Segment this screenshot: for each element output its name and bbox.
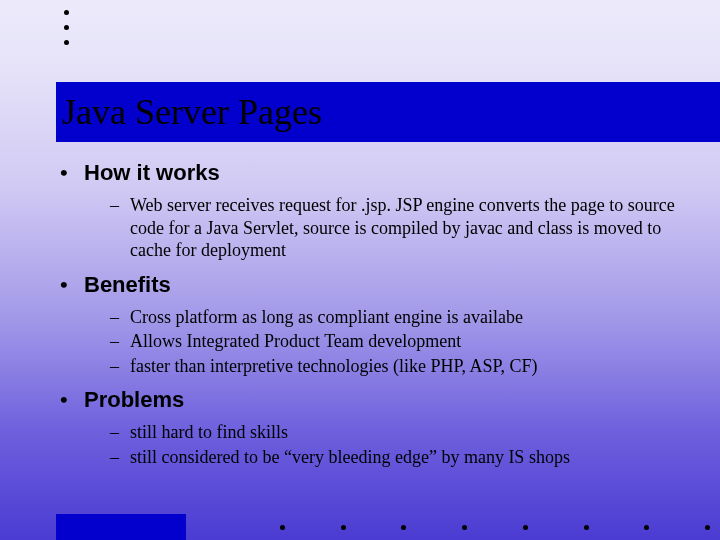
slide-title: Java Server Pages — [62, 94, 322, 130]
bullet-icon: • — [60, 272, 84, 298]
list-item: – still considered to be “very bleeding … — [110, 446, 680, 469]
slide: Java Server Pages • How it works – Web s… — [0, 0, 720, 540]
dash-icon: – — [110, 306, 130, 329]
item-text: faster than interpretive technologies (l… — [130, 355, 680, 378]
bullet-icon: • — [60, 160, 84, 186]
top-decorative-dots — [64, 10, 69, 45]
footer-accent-bar — [56, 514, 186, 540]
dash-icon: – — [110, 330, 130, 353]
section-heading-text: How it works — [84, 160, 220, 186]
bullet-icon: • — [60, 387, 84, 413]
dot-icon — [705, 525, 710, 530]
dash-icon: – — [110, 446, 130, 469]
dot-icon — [401, 525, 406, 530]
section-problems: • Problems – still hard to find skills –… — [60, 387, 680, 468]
dash-icon: – — [110, 355, 130, 378]
section-heading: • Benefits — [60, 272, 680, 298]
section-heading: • How it works — [60, 160, 680, 186]
section-how-it-works: • How it works – Web server receives req… — [60, 160, 680, 262]
section-items: – Cross platform as long as compliant en… — [110, 306, 680, 378]
section-items: – still hard to find skills – still cons… — [110, 421, 680, 468]
dash-icon: – — [110, 421, 130, 444]
bottom-decorative-dots — [280, 525, 710, 530]
dot-icon — [584, 525, 589, 530]
section-heading-text: Problems — [84, 387, 184, 413]
list-item: – Cross platform as long as compliant en… — [110, 306, 680, 329]
list-item: – still hard to find skills — [110, 421, 680, 444]
dot-icon — [523, 525, 528, 530]
item-text: still hard to find skills — [130, 421, 680, 444]
dot-icon — [462, 525, 467, 530]
section-items: – Web server receives request for .jsp. … — [110, 194, 680, 262]
item-text: Web server receives request for .jsp. JS… — [130, 194, 680, 262]
dot-icon — [64, 10, 69, 15]
item-text: Cross platform as long as compliant engi… — [130, 306, 680, 329]
dot-icon — [64, 25, 69, 30]
section-heading: • Problems — [60, 387, 680, 413]
dash-icon: – — [110, 194, 130, 262]
list-item: – Web server receives request for .jsp. … — [110, 194, 680, 262]
section-benefits: • Benefits – Cross platform as long as c… — [60, 272, 680, 378]
dot-icon — [644, 525, 649, 530]
title-bar: Java Server Pages — [56, 82, 720, 142]
list-item: – Allows Integrated Product Team develop… — [110, 330, 680, 353]
list-item: – faster than interpretive technologies … — [110, 355, 680, 378]
item-text: still considered to be “very bleeding ed… — [130, 446, 680, 469]
dot-icon — [280, 525, 285, 530]
section-heading-text: Benefits — [84, 272, 171, 298]
dot-icon — [341, 525, 346, 530]
dot-icon — [64, 40, 69, 45]
slide-content: • How it works – Web server receives req… — [60, 160, 680, 478]
item-text: Allows Integrated Product Team developme… — [130, 330, 680, 353]
